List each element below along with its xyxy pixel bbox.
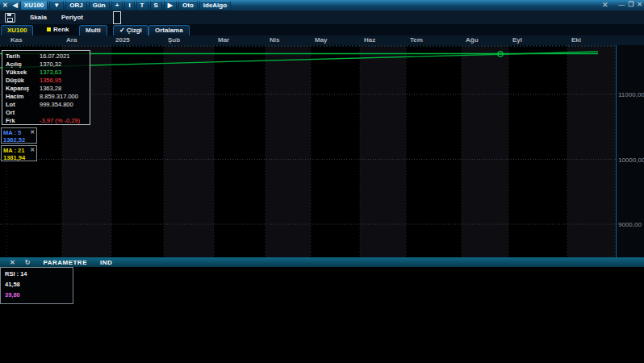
month-label: Kas xyxy=(10,36,23,44)
periyot-button[interactable]: Periyot xyxy=(61,14,83,21)
rsi-legend: RSI : 14 41,58 39,80 xyxy=(0,267,73,304)
price-axis-label: 10000,00 xyxy=(618,156,644,164)
parametre-button[interactable]: PARAMETRE xyxy=(43,259,87,266)
indicator-panel-header: ✕ ↻ PARAMETRE IND xyxy=(0,257,644,267)
info-row: Hacim8.859.317.000 xyxy=(6,93,90,101)
info-row: Kapanış1363,28 xyxy=(6,85,90,93)
ma5-legend: MA : 5✕ 1362,52 xyxy=(1,127,37,144)
month-label: Mar xyxy=(218,36,229,44)
idealgo-button[interactable]: ideAlgo xyxy=(199,1,231,10)
value-input[interactable] xyxy=(113,11,121,24)
oto-button[interactable]: Oto xyxy=(178,1,198,10)
minimize-icon[interactable]: — xyxy=(618,1,625,8)
rsi-chart[interactable] xyxy=(0,267,644,363)
check-icon: ✓ xyxy=(119,27,125,34)
save-icon[interactable] xyxy=(5,13,15,23)
month-label: Eki xyxy=(571,36,581,44)
tab-ortalama[interactable]: Ortalama xyxy=(148,25,190,35)
tab-multi[interactable]: Multi xyxy=(79,25,107,35)
price-axis-label: 9000,00 xyxy=(618,221,642,228)
orj-button[interactable]: ORJ xyxy=(65,1,86,10)
back-icon[interactable]: ◀ xyxy=(13,2,18,9)
ma21-legend: MA : 21✕ 1381,94 xyxy=(1,145,37,161)
month-bands xyxy=(6,45,644,257)
tab-row: XU100 Renk Multi ✓Çizgi Ortalama xyxy=(0,24,644,35)
ma21-close-icon[interactable]: ✕ xyxy=(30,147,35,153)
window-controls: — ❐ ✕ xyxy=(618,1,642,8)
price-chart[interactable]: 11000,0010000,009000,00 xyxy=(0,45,644,257)
info-row: Tarih16.07.2021 xyxy=(6,52,90,60)
ma5-close-icon[interactable]: ✕ xyxy=(30,129,35,136)
refresh-icon[interactable]: ↻ xyxy=(25,259,31,266)
s-button[interactable]: S xyxy=(150,1,162,10)
month-label: 2025 xyxy=(115,36,130,44)
window-close-icon[interactable]: ✕ xyxy=(637,1,642,8)
info-row: Yüksek1373,63 xyxy=(6,69,90,77)
info-row: Açılış1370,32 xyxy=(6,60,90,69)
title-bar: ✕ ◀ XU100▼ORJGün+ITS▶OtoideAlgo ✕ — ❐ ✕ xyxy=(0,0,644,10)
month-label: Eyl xyxy=(512,36,522,44)
info-row: Düşük1356,95 xyxy=(6,77,90,85)
maximize-icon[interactable]: ❐ xyxy=(628,1,634,8)
forward-icon[interactable]: ▶ xyxy=(164,1,177,10)
ind-button[interactable]: IND xyxy=(100,259,112,266)
quote-info-panel: Tarih16.07.2021Açılış1370,32Yüksek1373,6… xyxy=(2,50,90,125)
info-row: Ort xyxy=(6,109,90,117)
tab-symbol[interactable]: XU100 xyxy=(1,25,33,35)
info-row: Frk-3,97 (% -0,29) xyxy=(6,117,90,125)
month-label: Şub xyxy=(168,36,180,44)
dropdown-icon[interactable]: ▼ xyxy=(49,1,64,10)
symbol-button[interactable]: XU100 xyxy=(20,1,48,10)
month-label: Tem xyxy=(410,36,423,44)
plus-button[interactable]: + xyxy=(111,1,123,10)
indicator-close-icon[interactable]: ✕ xyxy=(10,259,15,266)
toolbar-row: Skala Periyot xyxy=(0,10,644,25)
indicator-button[interactable]: I xyxy=(124,1,134,10)
titlebar-buttons: XU100▼ORJGün+ITS▶OtoideAlgo xyxy=(20,1,232,10)
close-icon[interactable]: ✕ xyxy=(2,2,8,9)
month-label: Nis xyxy=(270,36,279,44)
info-row: Lot999.354.800 xyxy=(6,101,90,109)
panel-close-icon[interactable]: ✕ xyxy=(602,1,608,9)
period-gun-button[interactable]: Gün xyxy=(89,1,110,10)
month-label: May xyxy=(315,36,328,44)
price-axis-label: 11000,00 xyxy=(618,91,644,98)
t-button[interactable]: T xyxy=(136,1,148,10)
trading-app-window: ✕ ◀ XU100▼ORJGün+ITS▶OtoideAlgo ✕ — ❐ ✕ … xyxy=(0,0,644,363)
month-label: Ağu xyxy=(466,36,479,44)
tab-cizgi[interactable]: ✓Çizgi xyxy=(113,25,148,35)
month-label: Ara xyxy=(66,36,77,44)
skala-button[interactable]: Skala xyxy=(30,14,47,21)
color-swatch-icon xyxy=(47,27,51,31)
month-label: Haz xyxy=(364,36,375,44)
renk-toggle[interactable]: Renk xyxy=(47,26,69,33)
